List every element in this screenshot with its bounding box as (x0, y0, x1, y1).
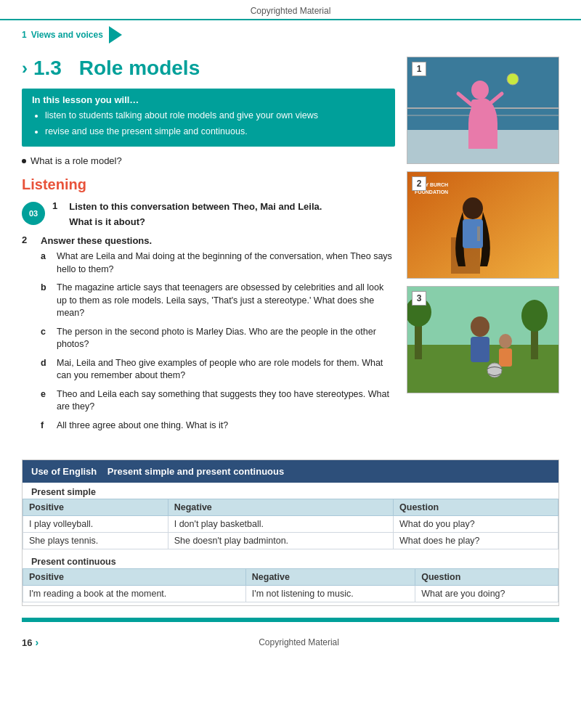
cell: She doesn't play badminton. (168, 533, 393, 549)
breadcrumb-arrow-icon (109, 26, 122, 44)
svg-point-25 (499, 334, 512, 348)
exercise-1: 03 1 Listen to this conversation between… (22, 200, 395, 227)
cell: I'm not listening to music. (245, 586, 415, 602)
footer-copyright: Copyrighted Material (38, 637, 559, 647)
svg-rect-24 (471, 337, 489, 362)
svg-rect-26 (499, 348, 512, 367)
title-chevron-icon: › (22, 58, 28, 78)
breadcrumb-title: Views and voices (31, 30, 103, 40)
photo-3: 3 (407, 286, 559, 393)
sub-question-c: c The person in the second photo is Marl… (41, 326, 395, 351)
cell: I play volleyball. (23, 516, 168, 533)
bottom-footer: 16 › Copyrighted Material (0, 634, 581, 654)
sub-text: What are Leila and Mai doing at the begi… (57, 250, 395, 276)
sub-letter: b (41, 282, 51, 320)
right-column: 1 2 (407, 57, 559, 445)
col-negative: Negative (168, 499, 393, 516)
bullet-icon (22, 159, 26, 163)
grammar-section: Use of English Present simple and presen… (0, 459, 581, 606)
bottom-bar (22, 618, 559, 622)
exercise-2-content: Answer these questions. a What are Leila… (41, 234, 395, 438)
exercise-1-instruction: Listen to this conversation between Theo… (69, 200, 395, 213)
exercise-1-number: 1 (52, 200, 57, 211)
sub-question-f: f All three agree about one thing. What … (41, 420, 395, 433)
top-copyright: Copyrighted Material (0, 0, 581, 20)
svg-point-23 (471, 316, 489, 337)
svg-point-22 (521, 300, 548, 332)
sub-question-b: b The magazine article says that teenage… (41, 282, 395, 320)
sub-question-d: d Mai, Leila and Theo give examples of p… (41, 357, 395, 383)
present-continuous-label: Present continuous (23, 552, 558, 568)
present-simple-table: Positive Negative Question I play volley… (23, 499, 558, 549)
exercise-2-number: 2 (22, 234, 33, 245)
cell: She plays tennis. (23, 533, 168, 549)
page-number: 16 › (22, 637, 38, 648)
sub-text: The person in the second photo is Marley… (57, 326, 395, 351)
photo-2: 2 (407, 171, 559, 279)
svg-point-12 (463, 197, 483, 219)
lesson-box: In this lesson you will… listen to stude… (22, 89, 395, 147)
svg-point-8 (507, 73, 519, 85)
role-model-question: What is a role model? (22, 155, 395, 166)
col-question: Question (394, 499, 558, 516)
list-item: listen to students talking about role mo… (45, 110, 385, 123)
exercise-2-instruction: Answer these questions. (41, 234, 395, 248)
sub-questions-list: a What are Leila and Mai doing at the be… (41, 250, 395, 432)
photo-3-number: 3 (412, 291, 426, 306)
present-simple-label: Present simple (23, 483, 558, 499)
grammar-box: Use of English Present simple and presen… (22, 459, 559, 606)
photo-2-number: 2 (412, 176, 426, 191)
table-row: She plays tennis. She doesn't play badmi… (23, 533, 558, 549)
exercise-1-content: Listen to this conversation between Theo… (69, 200, 395, 227)
grammar-header: Use of English Present simple and presen… (23, 460, 558, 483)
exercise-2: 2 Answer these questions. a What are Lei… (22, 234, 395, 438)
cell: What do you play? (394, 516, 558, 533)
list-item: revise and use the present simple and co… (45, 126, 385, 139)
sub-letter: c (41, 326, 51, 351)
sub-letter: f (41, 420, 51, 433)
svg-rect-14 (477, 226, 480, 241)
col-question: Question (415, 569, 558, 586)
sub-text: The magazine article says that teenagers… (57, 282, 395, 320)
table-row: I'm reading a book at the moment. I'm no… (23, 586, 558, 602)
grammar-use-label: Use of English (31, 466, 97, 477)
cell: I'm reading a book at the moment. (23, 586, 246, 602)
sub-text: Theo and Leila each say something that s… (57, 388, 395, 414)
present-continuous-table: Positive Negative Question I'm reading a… (23, 568, 558, 602)
svg-rect-5 (471, 99, 489, 125)
col-negative: Negative (245, 569, 415, 586)
col-positive: Positive (23, 569, 246, 586)
svg-point-4 (471, 81, 489, 99)
audio-icon[interactable]: 03 (22, 202, 45, 225)
sub-question-e: e Theo and Leila each say something that… (41, 388, 395, 414)
cell: What does he play? (394, 533, 558, 549)
breadcrumb: 1 Views and voices (0, 20, 581, 49)
lesson-box-title: In this lesson you will… (32, 94, 385, 105)
table-row: I play volleyball. I don't play basketba… (23, 516, 558, 533)
col-positive: Positive (23, 499, 168, 516)
photo-1: 1 (407, 57, 559, 164)
cell: What are you doing? (415, 586, 558, 602)
sub-letter: a (41, 250, 51, 276)
grammar-title: Present simple and present continuous (107, 466, 284, 477)
section-title: Listening (22, 176, 395, 193)
photo-1-number: 1 (412, 62, 426, 76)
sub-letter: d (41, 357, 51, 383)
cell: I don't play basketball. (168, 516, 393, 533)
breadcrumb-number: 1 (22, 30, 27, 40)
sub-question-a: a What are Leila and Mai doing at the be… (41, 250, 395, 276)
lesson-box-list: listen to students talking about role mo… (32, 110, 385, 138)
left-column: › 1.3 Role models In this lesson you wil… (22, 57, 395, 445)
exercise-1-sub: What is it about? (69, 216, 395, 227)
main-content: › 1.3 Role models In this lesson you wil… (0, 49, 581, 452)
sub-text: All three agree about one thing. What is… (57, 420, 395, 433)
svg-rect-1 (407, 130, 559, 164)
sub-text: Mai, Leila and Theo give examples of peo… (57, 357, 395, 383)
sub-letter: e (41, 388, 51, 414)
page-title: › 1.3 Role models (22, 57, 395, 80)
